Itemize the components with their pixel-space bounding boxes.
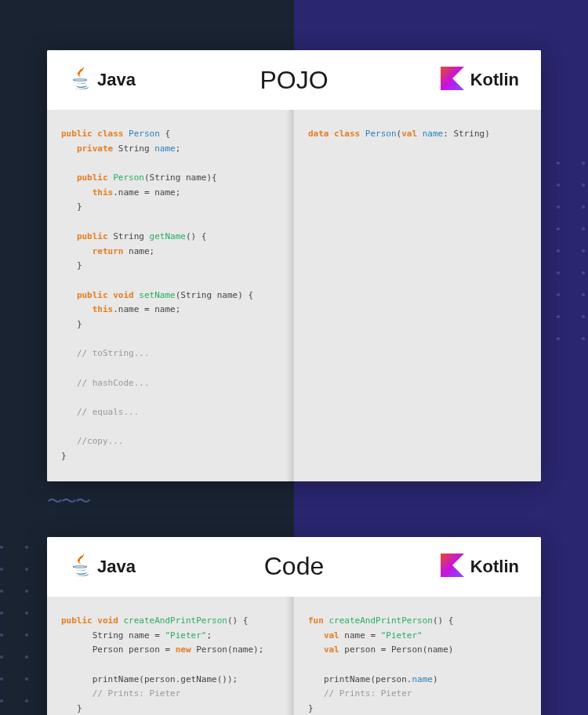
java-label: Java: [97, 557, 136, 577]
java-code: public void createAndPrintPerson() { Str…: [61, 614, 279, 715]
java-code: public class Person { private String nam…: [61, 127, 279, 464]
java-label: Java: [97, 70, 136, 90]
card-header: Java POJO Kotlin: [47, 50, 541, 110]
code-comparison-card: Java Code Kotlin public void createAndPr…: [47, 537, 541, 715]
kotlin-icon: [441, 553, 464, 580]
kotlin-logo-wrap: Kotlin: [328, 67, 519, 93]
kotlin-label: Kotlin: [470, 557, 519, 577]
java-code-pane: public void createAndPrintPerson() { Str…: [47, 597, 294, 715]
kotlin-icon: [441, 67, 464, 93]
java-logo-wrap: Java: [69, 551, 264, 583]
kotlin-logo-wrap: Kotlin: [324, 553, 519, 580]
card-header: Java Code Kotlin: [47, 537, 541, 597]
kotlin-code: fun createAndPrintPerson() { val name = …: [308, 614, 527, 715]
card-title: POJO: [260, 66, 328, 95]
svg-point-0: [73, 79, 87, 81]
decorative-waves: 〜〜〜: [47, 491, 541, 512]
java-icon: [69, 551, 91, 583]
svg-point-1: [73, 566, 87, 568]
kotlin-code-pane: fun createAndPrintPerson() { val name = …: [294, 597, 541, 715]
decorative-dots-top-right: [557, 162, 588, 340]
code-panes: public void createAndPrintPerson() { Str…: [47, 597, 541, 715]
java-icon: [69, 64, 91, 96]
kotlin-code-pane: data class Person(val name: String): [294, 110, 541, 481]
java-logo-wrap: Java: [69, 64, 260, 96]
kotlin-code: data class Person(val name: String): [308, 127, 527, 142]
java-code-pane: public class Person { private String nam…: [47, 110, 294, 481]
decorative-dots-bottom-left: [0, 546, 31, 715]
kotlin-label: Kotlin: [470, 70, 519, 90]
pojo-comparison-card: Java POJO Kotlin public class Person { p…: [47, 50, 541, 481]
code-panes: public class Person { private String nam…: [47, 110, 541, 481]
card-title: Code: [264, 552, 325, 581]
